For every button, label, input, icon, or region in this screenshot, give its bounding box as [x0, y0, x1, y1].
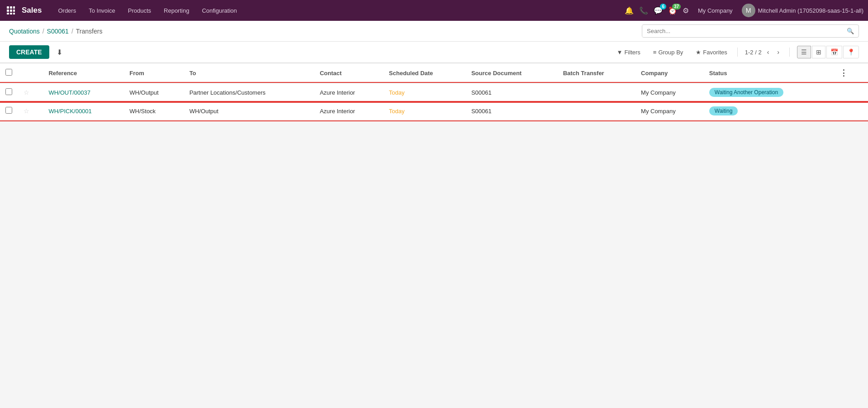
- download-button[interactable]: ⬇: [54, 46, 65, 58]
- favorites-label: Favorites: [703, 49, 727, 56]
- row-status: Waiting: [704, 102, 831, 120]
- activity-badge: 37: [672, 4, 681, 10]
- pagination: 1-2 / 2 ‹ ›: [745, 47, 782, 57]
- settings-icon[interactable]: ⚙: [683, 6, 689, 15]
- filter-group: ▼ Filters ≡ Group By ★ Favorites 1-2 / 2…: [614, 46, 859, 58]
- row-status: Waiting Another Operation: [704, 83, 831, 102]
- next-page-button[interactable]: ›: [774, 47, 782, 57]
- row-checkbox-cell[interactable]: [0, 102, 18, 120]
- table-row: ☆ WH/PICK/00001 WH/Stock WH/Output Azure…: [0, 102, 868, 120]
- row-to: WH/Output: [184, 102, 314, 120]
- view-divider: [789, 48, 790, 57]
- map-view-button[interactable]: 📍: [843, 46, 859, 58]
- breadcrumb-quotations[interactable]: Quotations: [9, 28, 40, 35]
- row-checkbox[interactable]: [5, 107, 12, 114]
- svg-rect-0: [7, 6, 9, 9]
- prev-page-button[interactable]: ‹: [764, 47, 772, 57]
- nav-orders[interactable]: Orders: [52, 5, 81, 17]
- filter-divider: [737, 48, 738, 57]
- content-area: [0, 120, 868, 392]
- notification-bell-icon[interactable]: 🔔: [625, 6, 634, 15]
- svg-rect-1: [10, 6, 12, 9]
- group-by-icon: ≡: [653, 49, 657, 56]
- header-from[interactable]: From: [124, 63, 184, 83]
- svg-rect-7: [10, 13, 12, 14]
- svg-rect-2: [13, 6, 15, 9]
- svg-rect-3: [7, 10, 9, 12]
- row-reference[interactable]: WH/PICK/00001: [43, 102, 124, 120]
- nav-to-invoice[interactable]: To Invoice: [83, 5, 121, 17]
- header-select-all[interactable]: [0, 63, 18, 83]
- nav-configuration[interactable]: Configuration: [196, 5, 242, 17]
- svg-rect-4: [10, 10, 12, 12]
- apps-grid-icon[interactable]: [5, 4, 17, 17]
- header-more-options[interactable]: ⋮: [831, 63, 868, 83]
- svg-rect-8: [13, 13, 15, 14]
- breadcrumb-transfers: Transfers: [76, 28, 103, 35]
- row-contact: Azure Interior: [314, 83, 384, 102]
- row-star-cell[interactable]: ☆: [18, 102, 43, 120]
- nav-products[interactable]: Products: [123, 5, 157, 17]
- row-source-document: S00061: [466, 102, 558, 120]
- breadcrumb-s00061[interactable]: S00061: [47, 28, 69, 35]
- table-header-row: Reference From To Contact Scheduled Date…: [0, 63, 868, 83]
- create-button[interactable]: CREATE: [9, 45, 49, 59]
- row-star-cell[interactable]: ☆: [18, 83, 43, 102]
- app-name[interactable]: Sales: [22, 6, 42, 15]
- more-options-icon[interactable]: ⋮: [837, 68, 850, 77]
- reference-link[interactable]: WH/PICK/00001: [48, 108, 91, 115]
- star-icon[interactable]: ☆: [24, 89, 29, 96]
- row-checkbox[interactable]: [5, 88, 12, 95]
- header-contact[interactable]: Contact: [314, 63, 384, 83]
- svg-rect-5: [13, 10, 15, 12]
- activity-icon[interactable]: ⏰ 37: [668, 6, 677, 15]
- svg-rect-6: [7, 13, 9, 14]
- star-icon[interactable]: ☆: [24, 107, 29, 115]
- breadcrumb-sep-2: /: [71, 28, 73, 35]
- group-by-button[interactable]: ≡ Group By: [650, 47, 686, 58]
- row-actions: [831, 102, 868, 120]
- user-avatar: M: [742, 4, 755, 17]
- calendar-view-button[interactable]: 📅: [826, 46, 842, 58]
- favorites-button[interactable]: ★ Favorites: [693, 47, 730, 58]
- row-contact: Azure Interior: [314, 102, 384, 120]
- favorites-icon: ★: [696, 49, 701, 56]
- reference-link[interactable]: WH/OUT/00037: [48, 89, 90, 96]
- company-name[interactable]: My Company: [698, 7, 733, 14]
- nav-icons-group: 🔔 📞 💬 6 ⏰ 37 ⚙ My Company M Mitchell Adm…: [625, 4, 863, 17]
- row-to: Partner Locations/Customers: [184, 83, 314, 102]
- filter-icon: ▼: [617, 49, 623, 56]
- header-batch-transfer[interactable]: Batch Transfer: [558, 63, 636, 83]
- user-menu[interactable]: M Mitchell Admin (17052098-saas-15-1-all…: [742, 4, 863, 17]
- select-all-checkbox[interactable]: [5, 69, 12, 76]
- top-navigation: Sales Orders To Invoice Products Reporti…: [0, 0, 868, 21]
- phone-icon[interactable]: 📞: [639, 6, 648, 15]
- row-checkbox-cell[interactable]: [0, 83, 18, 102]
- header-scheduled-date[interactable]: Scheduled Date: [384, 63, 466, 83]
- list-view-button[interactable]: ☰: [797, 46, 811, 58]
- date-today: Today: [389, 89, 405, 96]
- header-company[interactable]: Company: [636, 63, 704, 83]
- row-from: WH/Output: [124, 83, 184, 102]
- row-reference[interactable]: WH/OUT/00037: [43, 83, 124, 102]
- nav-reporting[interactable]: Reporting: [158, 5, 194, 17]
- filters-label: Filters: [624, 49, 640, 56]
- header-to[interactable]: To: [184, 63, 314, 83]
- chat-icon[interactable]: 💬 6: [654, 6, 663, 15]
- search-input[interactable]: [642, 25, 842, 37]
- chat-badge: 6: [660, 4, 666, 10]
- header-source-document[interactable]: Source Document: [466, 63, 558, 83]
- filters-button[interactable]: ▼ Filters: [614, 47, 643, 58]
- row-actions: [831, 83, 868, 102]
- search-icon[interactable]: 🔍: [842, 25, 859, 37]
- header-status[interactable]: Status: [704, 63, 831, 83]
- view-toggle-group: ☰ ⊞ 📅 📍: [797, 46, 859, 58]
- header-reference[interactable]: Reference: [43, 63, 124, 83]
- date-today: Today: [389, 108, 405, 115]
- row-company: My Company: [636, 83, 704, 102]
- pagination-text: 1-2 / 2: [745, 49, 762, 56]
- header-star: [18, 63, 43, 83]
- kanban-view-button[interactable]: ⊞: [812, 46, 825, 58]
- row-scheduled-date: Today: [384, 102, 466, 120]
- row-batch-transfer: [558, 83, 636, 102]
